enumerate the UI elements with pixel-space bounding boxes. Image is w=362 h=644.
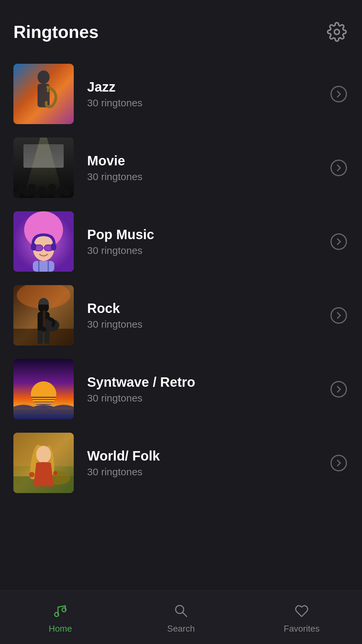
svg-rect-3 xyxy=(47,86,49,92)
nav-home[interactable]: Home xyxy=(0,601,121,634)
category-item-jazz[interactable]: Jazz 30 ringtones xyxy=(0,57,362,131)
nav-home-label: Home xyxy=(49,624,72,634)
svg-rect-38 xyxy=(43,310,46,327)
svg-rect-25 xyxy=(31,243,36,251)
svg-point-17 xyxy=(331,160,346,175)
chevron-icon-rock xyxy=(328,305,349,325)
svg-point-15 xyxy=(53,191,61,198)
svg-point-9 xyxy=(48,184,56,191)
home-music-icon xyxy=(50,601,70,621)
chevron-icon-movie xyxy=(328,158,349,178)
nav-favorites[interactable]: Favorites xyxy=(241,601,362,634)
page-title: Ringtones xyxy=(13,22,99,42)
svg-point-14 xyxy=(43,190,51,196)
chevron-icon-pop xyxy=(328,231,349,252)
category-name-jazz: Jazz xyxy=(87,79,328,95)
category-info-synth: Syntwave / Retro 30 ringtones xyxy=(87,375,328,404)
bottom-nav: Home Search Favorites xyxy=(0,590,362,644)
category-info-pop: Pop Music 30 ringtones xyxy=(87,227,328,256)
svg-point-61 xyxy=(36,446,51,463)
svg-point-62 xyxy=(29,472,35,477)
category-item-rock[interactable]: Rock 30 ringtones xyxy=(0,278,362,352)
category-name-movie: Movie xyxy=(87,153,328,168)
svg-point-16 xyxy=(63,190,71,196)
category-name-synth: Syntwave / Retro xyxy=(87,375,328,390)
svg-line-68 xyxy=(183,612,187,616)
header: Ringtones xyxy=(0,0,362,54)
svg-point-56 xyxy=(331,381,346,397)
category-thumbnail-folk xyxy=(13,433,74,493)
category-item-pop[interactable]: Pop Music 30 ringtones xyxy=(0,205,362,278)
svg-point-7 xyxy=(28,184,36,191)
nav-search[interactable]: Search xyxy=(121,601,241,634)
category-info-jazz: Jazz 30 ringtones xyxy=(87,79,328,109)
svg-rect-26 xyxy=(51,243,56,251)
category-count-jazz: 30 ringtones xyxy=(87,97,328,109)
category-info-folk: World/ Folk 30 ringtones xyxy=(87,448,328,478)
svg-rect-27 xyxy=(33,261,54,272)
svg-point-12 xyxy=(23,190,31,196)
category-item-synth[interactable]: Syntwave / Retro 30 ringtones xyxy=(0,352,362,426)
category-count-rock: 30 ringtones xyxy=(87,319,328,330)
category-count-pop: 30 ringtones xyxy=(87,245,328,256)
favorites-icon xyxy=(292,601,312,621)
svg-point-41 xyxy=(331,308,346,323)
category-count-synth: 30 ringtones xyxy=(87,392,328,404)
svg-point-44 xyxy=(31,381,56,407)
category-item-movie[interactable]: Movie 30 ringtones xyxy=(0,131,362,205)
category-thumbnail-synth xyxy=(13,359,74,419)
nav-favorites-label: Favorites xyxy=(284,624,320,634)
category-item-folk[interactable]: World/ Folk 30 ringtones xyxy=(0,426,362,500)
category-thumbnail-jazz xyxy=(13,64,74,124)
category-count-folk: 30 ringtones xyxy=(87,466,328,478)
category-thumbnail-rock xyxy=(13,285,74,345)
svg-rect-40 xyxy=(44,330,50,344)
svg-point-0 xyxy=(335,30,340,35)
svg-point-30 xyxy=(331,234,346,249)
categories-list: Jazz 30 ringtones xyxy=(0,54,362,577)
svg-point-63 xyxy=(53,471,57,475)
chevron-icon-jazz xyxy=(328,84,349,104)
category-name-rock: Rock xyxy=(87,301,328,316)
category-info-rock: Rock 30 ringtones xyxy=(87,301,328,330)
settings-button[interactable] xyxy=(325,20,349,44)
search-icon xyxy=(171,601,191,621)
svg-point-64 xyxy=(331,455,346,471)
category-thumbnail-pop xyxy=(13,211,74,272)
category-info-movie: Movie 30 ringtones xyxy=(87,153,328,182)
category-name-folk: World/ Folk xyxy=(87,448,328,464)
chevron-icon-synth xyxy=(328,379,349,399)
svg-rect-39 xyxy=(38,330,43,344)
category-name-pop: Pop Music xyxy=(87,227,328,242)
svg-point-1 xyxy=(38,70,50,84)
nav-search-label: Search xyxy=(167,624,195,634)
chevron-icon-folk xyxy=(328,453,349,473)
category-count-movie: 30 ringtones xyxy=(87,171,328,182)
category-thumbnail-movie xyxy=(13,138,74,198)
svg-point-4 xyxy=(331,86,346,102)
svg-point-13 xyxy=(33,191,41,198)
